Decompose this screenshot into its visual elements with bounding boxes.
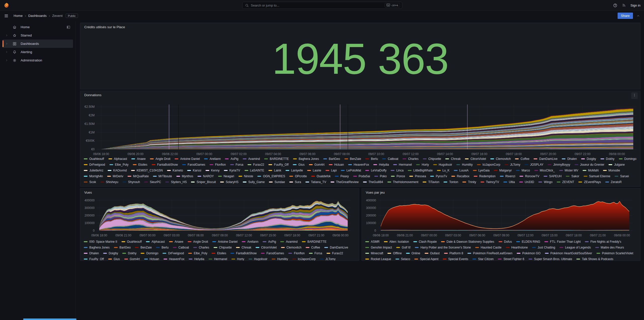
legend-item[interactable]: Helydia (373, 162, 389, 167)
legend-item[interactable]: Antoine Daniel (175, 156, 200, 162)
search-input[interactable]: Search or jump to... ctrl+k (242, 2, 402, 9)
legend-item[interactable]: KEMIST_C10H15N (131, 167, 163, 173)
legend-item[interactable]: Kameto (167, 167, 183, 173)
legend-item[interactable]: TwincyTV (480, 179, 499, 185)
legend-item[interactable]: Elbe_Poly (109, 162, 129, 167)
legend-item[interactable]: Ultia (503, 179, 515, 185)
legend-item[interactable]: Antoine Daniel (212, 239, 237, 244)
legend-item[interactable]: Dokhy (122, 250, 136, 256)
legend-item[interactable]: SAPEUH (544, 173, 561, 179)
legend-item[interactable]: Clemovitch (281, 244, 301, 250)
sidebar-item-starred[interactable]: Starred (3, 31, 73, 40)
legend-item[interactable]: Etoiles (212, 250, 226, 256)
legend-item[interactable]: Alphacast (146, 239, 165, 244)
legend-item[interactable]: Offline (387, 250, 401, 256)
legend-item[interactable]: FuuRy_Off (268, 162, 289, 167)
legend-item[interactable]: Hermanel (393, 162, 412, 167)
legend-item[interactable]: Angle Droit (188, 239, 208, 244)
legend-item[interactable]: Horty (416, 162, 429, 167)
sidebar-item-dashboards[interactable]: Dashboards (3, 40, 73, 48)
legend-item[interactable]: Etoiles (133, 162, 147, 167)
legend-item[interactable]: Lu_K (437, 167, 450, 173)
legend-item[interactable]: Dhalen (84, 250, 99, 256)
legend-item[interactable]: Flonflon (288, 250, 305, 256)
legend-item[interactable]: Domingo (619, 156, 636, 162)
legend-item[interactable]: Angle Droit (150, 156, 170, 162)
legend-item[interactable]: ELDEN RING (516, 239, 540, 244)
vues-par-jeu-chart[interactable]: 010000020000030000040000009/06 18:0009/0… (364, 196, 639, 238)
legend-item[interactable]: MrTiboute (153, 173, 172, 179)
legend-item[interactable]: JLTomy (320, 256, 335, 261)
legend-item[interactable]: Minecraft (365, 250, 383, 256)
legend-item[interactable]: Doigby (581, 156, 596, 162)
panel-title-vues[interactable]: Vues (84, 191, 92, 194)
legend-item[interactable]: DamDamLive (324, 244, 348, 250)
legend-item[interactable]: Un33D (519, 179, 534, 185)
legend-item[interactable]: Clemovitch (490, 156, 511, 162)
legend-item[interactable]: Dofus (499, 239, 512, 244)
legend-item[interactable]: Chipsette (423, 156, 441, 162)
legend-item[interactable]: FantaBobShow (152, 162, 178, 167)
panel-title-donnations[interactable]: Donnations (84, 93, 101, 97)
legend-item[interactable]: Peaxy (335, 173, 349, 179)
legend-item[interactable]: Karssi (187, 167, 201, 173)
chevron-right-icon[interactable] (3, 42, 11, 45)
menu-toggle-icon[interactable] (4, 14, 9, 18)
legend-item[interactable]: Selaco (395, 256, 410, 261)
legend-item[interactable]: Linca (391, 167, 404, 173)
legend-item[interactable]: ZEventPlays (578, 179, 601, 185)
legend-item[interactable]: AsPig (225, 156, 238, 162)
news-rss-icon[interactable] (622, 3, 626, 7)
legend-item[interactable]: Ouahleouff (122, 239, 142, 244)
panel-menu-button[interactable] (631, 92, 638, 99)
legend-item[interactable]: ASMR (365, 239, 380, 244)
legend-item[interactable]: Maitre des Fleurs (595, 244, 624, 250)
legend-item[interactable]: Anaee (169, 239, 183, 244)
legend-item[interactable]: Gom4rt (124, 256, 140, 261)
sidebar-item-administration[interactable]: Administration (3, 56, 73, 64)
legend-item[interactable]: ZeratoR (605, 179, 622, 185)
legend-item[interactable]: Ouahleouff (84, 156, 104, 162)
legend-item[interactable]: Laink (268, 167, 281, 173)
legend-item[interactable]: BenZaie (344, 156, 361, 162)
legend-item[interactable]: Tonton (444, 179, 458, 185)
legend-item[interactable]: LePotoMat (341, 167, 361, 173)
legend-item[interactable]: CitronViolet (465, 156, 486, 162)
legend-item[interactable]: Clash Royale (413, 239, 437, 244)
legend-item[interactable]: Horty (231, 256, 244, 261)
legend-item[interactable]: BartGeo (114, 244, 131, 250)
legend-item[interactable]: Humility (456, 162, 473, 167)
legend-item[interactable]: Sundae (269, 179, 285, 185)
legend-item[interactable]: Coffee (515, 156, 529, 162)
legend-item[interactable]: Catboat (382, 156, 398, 162)
legend-item[interactable]: MrQuaRate (128, 173, 149, 179)
legend-item[interactable]: Dokhy (600, 156, 615, 162)
legend-item[interactable]: Mynthos (176, 173, 193, 179)
legend-item[interactable]: Haunted Castle (475, 244, 502, 250)
legend-item[interactable]: Gom4rt (309, 162, 325, 167)
legend-item[interactable]: Pokémon GO (517, 250, 541, 256)
legend-item[interactable]: Chreak (236, 244, 251, 250)
chevron-right-icon[interactable] (3, 59, 11, 62)
legend-item[interactable]: Furax22 (248, 162, 264, 167)
legend-item[interactable]: PodaSai (353, 173, 370, 179)
legend-item[interactable]: OGN_EMPIRES (257, 173, 285, 179)
legend-item[interactable]: FarodGames (261, 250, 284, 256)
legend-item[interactable]: HeavenFox (348, 162, 369, 167)
legend-item[interactable]: FantaBobShow (230, 250, 257, 256)
legend-item[interactable]: 000: Space Marine II (84, 239, 117, 244)
legend-item[interactable]: Gius (293, 162, 305, 167)
legend-item[interactable]: DamDamLive (534, 156, 557, 162)
legend-item[interactable]: Talk Shows & Podcasts (576, 256, 613, 261)
legend-item[interactable]: MrDeriv (107, 173, 123, 179)
legend-item[interactable]: Areliann (242, 239, 258, 244)
legend-item[interactable]: Wingo (538, 179, 552, 185)
legend-item[interactable]: Berlu (365, 156, 378, 162)
legend-item[interactable]: Recalbox (451, 173, 469, 179)
legend-item[interactable]: Hearthstone (506, 244, 528, 250)
legend-item[interactable]: JulietteArz (84, 167, 103, 173)
legend-item[interactable]: Marco (516, 167, 530, 173)
legend-item[interactable]: TheGreatReview (331, 179, 359, 185)
sign-in-link[interactable]: Sign in (630, 4, 640, 7)
legend-item[interactable]: Scok (84, 179, 96, 185)
